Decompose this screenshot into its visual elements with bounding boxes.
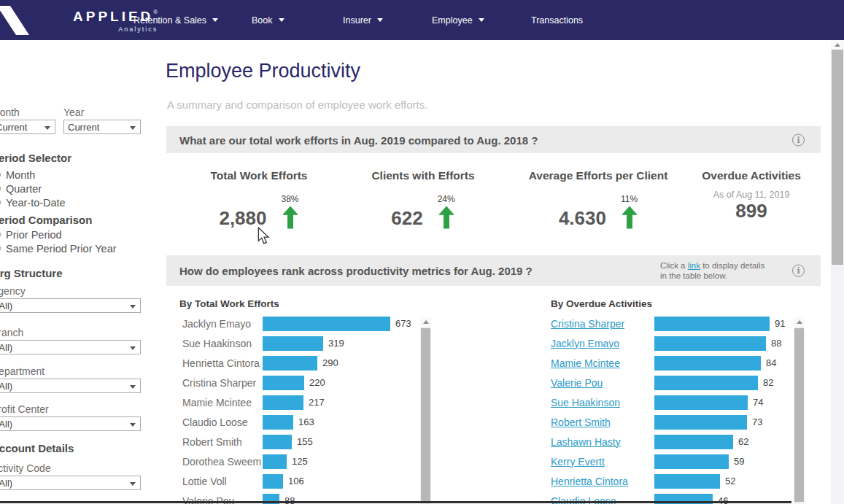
bar [654,376,758,390]
chart-category-label: Mamie Mcintee [546,357,654,369]
employee-link[interactable]: Lashawn Hasty [551,436,621,448]
kpi-value: 622 [391,207,422,229]
period-comparison-option-same-period-prior-year[interactable]: Same Period Prior Year [0,241,117,255]
info-icon[interactable]: i [792,133,805,146]
profit-center-select[interactable]: (All) [0,416,141,431]
period-comparison-option-prior-period[interactable]: Prior Period [0,228,117,241]
branch-select[interactable]: (All) [0,340,141,354]
scroll-up-arrow-icon[interactable] [420,317,431,327]
kpi-clients-with-efforts: Clients with Efforts62224% [343,169,503,229]
question-banner-ranking: How do employees rank across productivit… [166,255,821,286]
chart-row: Mamie Mcintee217 [175,392,420,412]
scroll-up-arrow-icon[interactable] [831,40,844,50]
employee-link[interactable]: Valerie Pou [551,377,603,389]
chart-row: Lashawn Hasty62 [546,432,794,451]
radio-label: Same Period Prior Year [6,243,117,255]
kpi-change: 24% [438,194,455,229]
nav-item-transactions[interactable]: Transactions [531,0,583,40]
bar-value-label: 217 [309,397,325,408]
applied-logo-icon [0,0,38,40]
chart-category-label: Jacklyn Emayo [175,318,263,330]
employee-link[interactable]: Sue Haakinson [551,397,620,408]
month-filter-select[interactable]: Current [0,120,55,134]
chevron-down-icon [130,385,136,389]
chart-row: Kerry Evertt59 [546,451,794,471]
bar-value-label: 52 [725,476,735,486]
year-filter-select[interactable]: Current [63,120,141,134]
question-banner-totals: What are our total work efforts in Aug. … [166,126,821,153]
details-link[interactable]: link [688,261,700,270]
kpi-label: Overdue Activities [693,169,810,182]
nav-item-insurer[interactable]: Insurer [343,0,383,40]
agency-select[interactable]: (All) [0,298,141,313]
nav-item-label: Book [252,15,273,26]
chart-category-label: Robert Smith [175,436,263,448]
agency-select-value: (All) [0,301,12,311]
chevron-down-icon [130,423,136,427]
chart-category-label: Dorothea Sweem [175,456,263,468]
chevron-down-icon [130,126,136,130]
employee-link[interactable]: Robert Smith [551,416,611,428]
radio-icon[interactable] [0,184,1,193]
nav-item-retention-sales[interactable]: Retention & Sales [133,0,218,40]
chart-title-total-work-efforts: By Total Work Efforts [179,298,279,309]
bar [263,435,292,449]
branch-label: Branch [0,327,23,338]
radio-icon[interactable] [0,244,1,253]
bar-value-label: 125 [292,456,308,467]
bar-value-label: 82 [763,377,773,388]
chart-row: Cristina Sharper220 [175,373,420,392]
period-selector-header: Period Selector [0,152,71,164]
chart-row: Jacklyn Emayo88 [546,333,794,353]
kpi-label: Clients with Efforts [343,169,503,182]
period-selector-option-year-to-date[interactable]: Year-to-Date [0,195,66,209]
period-comparison-header: Period Comparison [0,214,92,226]
employee-link[interactable]: Cristina Sharper [551,318,624,330]
chart-category-label: Valerie Pou [546,377,654,389]
chevron-down-icon [130,346,136,350]
chart-right-scrollbar[interactable] [794,317,805,504]
scrollbar-thumb[interactable] [794,328,804,502]
agency-label: Agency [0,285,26,297]
profit-center-label: Profit Center [0,403,49,415]
kpi-value: 2,880 [219,207,266,229]
employee-link[interactable]: Kerry Evertt [551,456,605,468]
scrollbar-thumb[interactable] [832,50,843,265]
bar-value-label: 106 [288,476,304,486]
period-selector-option-month[interactable]: Month [0,168,66,182]
period-selector-option-quarter[interactable]: Quarter [0,182,66,195]
bar [654,336,766,351]
employee-link[interactable]: Mamie Mcintee [551,357,620,369]
dashboard-root: APPLIED® Analytics Retention & SalesBook… [0,0,844,504]
nav-item-employee[interactable]: Employee [432,0,484,40]
chart-category-label: Lottie Voll [175,476,263,487]
scroll-up-arrow-icon[interactable] [794,317,805,327]
scrollbar-thumb[interactable] [421,328,430,502]
bar-value-label: 73 [752,416,762,427]
chart-row: Henrietta Cintora52 [546,471,794,491]
department-select[interactable]: (All) [0,379,141,393]
radio-icon[interactable] [0,198,1,207]
chevron-down-icon [130,482,136,486]
page-scrollbar[interactable] [831,40,844,504]
activity-code-label: Activity Code [0,462,51,474]
bar [654,435,733,449]
employee-link[interactable]: Jacklyn Emayo [551,338,619,349]
radio-icon[interactable] [0,230,1,239]
up-arrow-icon [438,206,454,229]
activity-code-select[interactable]: (All) [0,476,141,490]
department-select-value: (All) [0,381,12,392]
chart-category-label: Robert Smith [546,416,654,428]
mouse-cursor [258,227,270,245]
chart-row: Sue Haakinson74 [546,392,794,412]
radio-icon[interactable] [0,170,1,179]
kpi-body: 2,88038% [219,194,298,229]
bar [654,317,770,331]
chart-left-scrollbar[interactable] [420,317,431,504]
employee-link[interactable]: Henrietta Cintora [551,476,628,487]
info-icon[interactable]: i [792,265,805,277]
nav-item-book[interactable]: Book [252,0,284,40]
page-title: Employee Productivity [166,60,360,82]
chart-row: Cristina Sharper91 [546,314,794,333]
chart-category-label: Cristina Sharper [546,318,654,330]
